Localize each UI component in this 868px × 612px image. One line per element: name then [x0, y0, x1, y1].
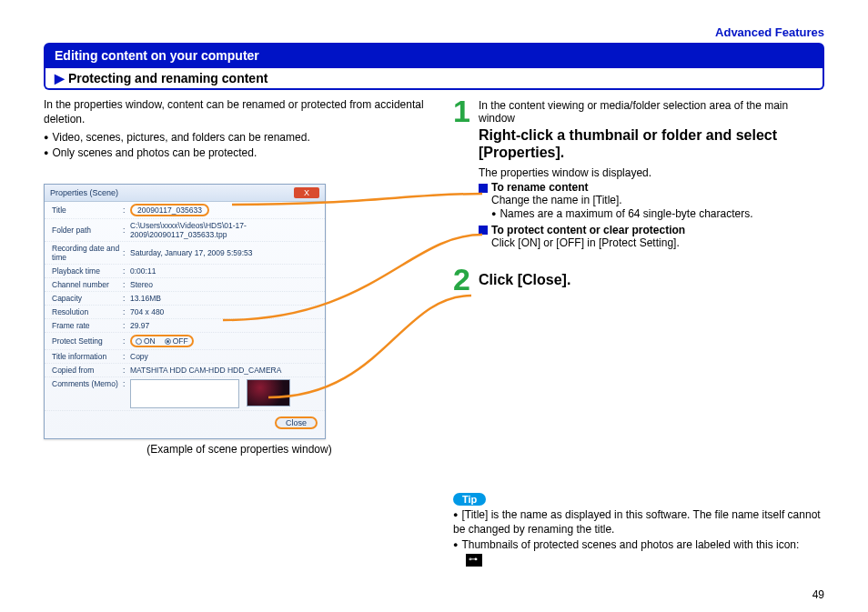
step1-title: Right-click a thumbnail or folder and se… [479, 126, 824, 161]
rename-text: Change the name in [Title]. [491, 194, 824, 206]
comment-textarea[interactable] [130, 379, 239, 408]
intro-bullet-2: Only scenes and photos can be protected. [44, 145, 435, 160]
blue-square-icon [479, 226, 488, 235]
row-value: 13.16MB [130, 294, 318, 303]
row-label: Copied from [52, 366, 123, 375]
row-label: Frame rate [52, 321, 123, 330]
blue-square-icon [479, 184, 488, 193]
row-label: Playback time [52, 266, 123, 276]
close-button-highlight[interactable]: Close [275, 416, 318, 429]
scene-thumbnail [247, 379, 290, 406]
tip-label: Tip [453, 493, 486, 506]
intro-bullet-1: Video, scenes, pictures, and folders can… [44, 130, 435, 145]
row-label: Resolution [52, 307, 123, 316]
row-label: Folder path [52, 226, 123, 235]
radio-on[interactable] [136, 338, 142, 345]
intro-text: In the properties window, content can be… [44, 97, 435, 126]
properties-window-figure: Properties (Scene) X Title:20090117_0356… [44, 184, 326, 439]
play-arrow-icon: ▶ [55, 71, 65, 85]
step-number-2: 2 [453, 266, 473, 294]
protect-text: Click [ON] or [OFF] in [Protect Setting]… [491, 236, 824, 249]
row-value: C:\Users\xxxx\Videos\HDS\01-17-2009\2009… [130, 221, 318, 239]
row-label: Title [52, 206, 123, 215]
section-title-bar: Editing content on your computer [44, 43, 824, 68]
tip-item-1: [Title] is the name as displayed in this… [453, 507, 824, 537]
protect-setting-highlight[interactable]: ON OFF [130, 335, 194, 347]
row-value: Copy [130, 352, 318, 361]
step2-title: Click [Close]. [479, 271, 824, 288]
row-label: Protect Setting [52, 336, 123, 346]
row-label: Title information [52, 352, 123, 361]
row-label: Recording date and time [52, 244, 123, 262]
row-value: 29.97 [130, 321, 318, 330]
title-field-highlight[interactable]: 20090117_035633 [130, 204, 209, 216]
rename-heading: To rename content [491, 181, 588, 194]
tip-item-2: Thumbnails of protected scenes and photo… [453, 537, 824, 552]
row-value: 704 x 480 [130, 307, 318, 316]
subsection-title: Protecting and renaming content [68, 71, 267, 85]
subsection-bar: ▶Protecting and renaming content [44, 68, 824, 90]
row-label: Comments (Memo) [52, 379, 123, 388]
window-close-icon[interactable]: X [294, 187, 319, 198]
figure-caption: (Example of scene properties window) [44, 443, 435, 456]
page-number: 49 [812, 588, 824, 601]
row-value: Stereo [130, 280, 318, 289]
row-value: MATSHITA HDD CAM-HDD HDD_CAMERA [130, 366, 318, 375]
row-label: Channel number [52, 280, 123, 289]
protect-lock-icon [466, 554, 482, 567]
category-header: Advanced Features [44, 25, 824, 39]
protect-heading: To protect content or clear protection [491, 224, 685, 236]
window-title: Properties (Scene) [50, 188, 118, 197]
rename-bullet: Names are a maximum of 64 single-byte ch… [491, 206, 824, 221]
step1-preface: In the content viewing or media/folder s… [479, 99, 824, 125]
row-value: Saturday, January 17, 2009 5:59:53 [130, 248, 318, 257]
row-value: 0:00:11 [130, 266, 318, 276]
step1-after: The properties window is displayed. [479, 166, 824, 179]
radio-off[interactable] [165, 338, 171, 345]
step-number-1: 1 [453, 97, 473, 249]
row-label: Capacity [52, 294, 123, 303]
